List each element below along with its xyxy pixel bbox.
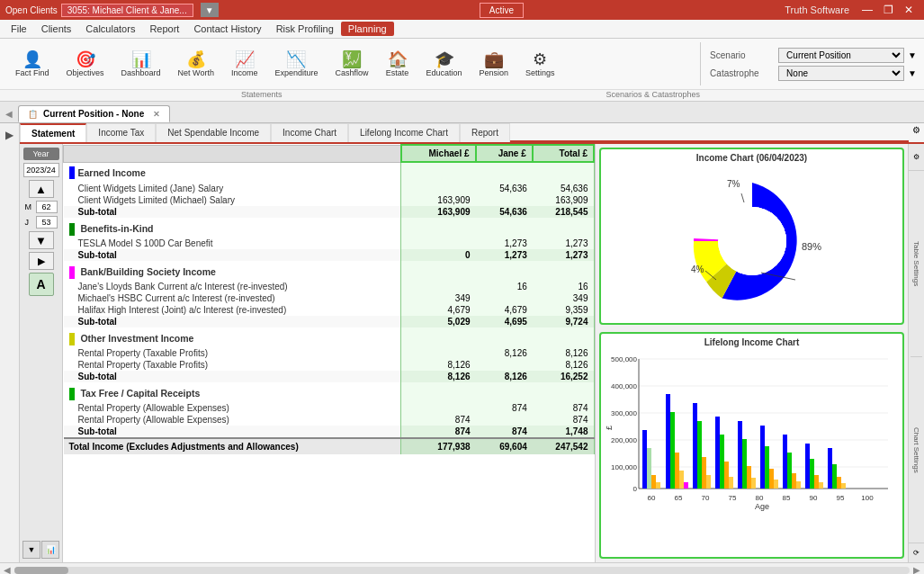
- scroll-left-btn[interactable]: ◀: [4, 565, 11, 574]
- svg-point-2: [718, 207, 786, 275]
- scrollbar-thumb[interactable]: [14, 567, 68, 574]
- sub-tab-report[interactable]: Report: [460, 123, 510, 142]
- menu-planning[interactable]: Planning: [341, 22, 394, 36]
- col-michael-header: Michael £: [401, 145, 476, 162]
- income-chart-box: Income Chart (06/04/2023): [599, 148, 904, 325]
- play-btn[interactable]: ▶: [29, 252, 54, 270]
- tool-income[interactable]: 📈 Income: [223, 48, 266, 81]
- scenario-dropdown-icon: ▼: [908, 50, 917, 60]
- sub-tab-income-tax[interactable]: Income Tax: [86, 123, 156, 142]
- restore-btn[interactable]: ❐: [878, 4, 899, 16]
- svg-rect-56: [841, 483, 846, 489]
- lifelong-chart-title: Lifelong Income Chart: [605, 337, 899, 347]
- svg-rect-22: [651, 475, 656, 489]
- current-position-tab[interactable]: 📋 Current Position - None ✕: [18, 105, 170, 122]
- total-jane: 69,604: [476, 438, 533, 454]
- scenario-select[interactable]: Current Position: [778, 48, 904, 63]
- year-value: 2023/24: [23, 163, 59, 177]
- menu-file[interactable]: File: [4, 22, 34, 36]
- svg-text:400,000: 400,000: [611, 382, 637, 390]
- svg-rect-23: [656, 482, 660, 489]
- sub-tab-lifelong-income[interactable]: Lifelong Income Chart: [348, 123, 460, 142]
- fact-find-icon: 👤: [22, 51, 42, 67]
- right-bottom-btn[interactable]: ⟳: [909, 543, 924, 562]
- tool-education[interactable]: 🎓 Education: [418, 48, 471, 81]
- estate-icon: 🏠: [388, 51, 408, 67]
- j-age: 53: [36, 216, 58, 229]
- tab-spacer: [510, 123, 909, 142]
- col-description-header: [64, 145, 401, 162]
- total-total: 247,542: [533, 438, 594, 454]
- right-settings-panel: ⚙ Table Settings Chart Settings ⟳: [908, 144, 924, 562]
- table-settings-btn[interactable]: Table Settings: [911, 171, 922, 357]
- table-row: Sub-total 163,909 54,636 218,545: [64, 206, 595, 218]
- tab-settings-btn[interactable]: ⚙: [909, 123, 924, 142]
- filter-icon-btn[interactable]: ▼: [22, 541, 40, 559]
- svg-rect-24: [666, 394, 670, 489]
- tool-cashflow[interactable]: 💹 Cashflow: [327, 48, 377, 81]
- sub-tab-statement[interactable]: Statement: [20, 123, 86, 142]
- svg-rect-28: [684, 482, 688, 489]
- active-label: Active: [219, 4, 785, 15]
- tool-pension-label: Pension: [480, 68, 509, 77]
- tool-pension[interactable]: 💼 Pension: [471, 48, 517, 81]
- menu-report[interactable]: Report: [142, 22, 186, 36]
- tool-fact-find[interactable]: 👤 Fact Find: [7, 48, 58, 81]
- tab-scroll-left[interactable]: ◀: [5, 109, 13, 119]
- a-btn[interactable]: A: [29, 273, 54, 296]
- scroll-right-btn[interactable]: ▶: [913, 565, 920, 574]
- menu-clients[interactable]: Clients: [34, 22, 79, 36]
- left-arrow-btn[interactable]: ▶: [5, 129, 13, 141]
- label-4: 4%: [691, 265, 704, 274]
- chart-icon-btn[interactable]: 📊: [41, 541, 59, 559]
- tab-graph-icon: 📋: [28, 110, 38, 119]
- year-down-btn[interactable]: ▼: [29, 231, 54, 249]
- income-donut-chart: 89% 7% 4%: [662, 165, 842, 309]
- tool-settings[interactable]: ⚙ Settings: [517, 48, 563, 81]
- tool-income-label: Income: [231, 68, 258, 77]
- svg-rect-47: [792, 473, 796, 489]
- close-btn[interactable]: ✕: [899, 4, 919, 16]
- income-table-wrap[interactable]: Michael £ Jane £ Total £ Earned Income: [63, 144, 595, 562]
- cashflow-icon: 💹: [342, 51, 362, 67]
- dropdown-icon[interactable]: ▼: [201, 3, 219, 17]
- income-chart-title: Income Chart (06/04/2023): [605, 153, 899, 163]
- table-body: Earned Income Client Widgets Limited (Ja…: [64, 162, 595, 454]
- svg-rect-55: [837, 477, 841, 489]
- tool-settings-label: Settings: [525, 68, 555, 77]
- svg-rect-41: [760, 426, 765, 489]
- chart-settings-btn[interactable]: Chart Settings: [911, 357, 922, 543]
- main-tab-label: Current Position - None: [43, 109, 144, 119]
- catastrophe-select[interactable]: None: [778, 66, 904, 81]
- year-up-btn[interactable]: ▲: [29, 180, 54, 198]
- tool-expenditure[interactable]: 📉 Expenditure: [266, 48, 326, 81]
- svg-rect-38: [742, 439, 747, 489]
- benefits-header: Benefits-in-Kind: [64, 218, 401, 238]
- tool-objectives[interactable]: 🎯 Objectives: [58, 48, 112, 81]
- menu-contact-history[interactable]: Contact History: [186, 22, 268, 36]
- col-total-header: Total £: [533, 145, 594, 162]
- bank-header: Bank/Building Society Income: [64, 261, 401, 281]
- tool-dashboard[interactable]: 📊 Dashboard: [113, 48, 169, 81]
- min-btn[interactable]: —: [857, 4, 878, 16]
- menu-risk-profiling[interactable]: Risk Profiling: [269, 22, 341, 36]
- education-icon: 🎓: [435, 51, 454, 67]
- right-top-btn[interactable]: ⚙: [909, 144, 924, 171]
- sub-tab-income-chart[interactable]: Income Chart: [271, 123, 348, 142]
- sub-tab-net-spendable[interactable]: Net Spendable Income: [156, 123, 271, 142]
- m-age: 62: [36, 201, 58, 213]
- svg-rect-37: [738, 421, 742, 489]
- menu-calculators[interactable]: Calculators: [78, 22, 142, 36]
- open-clients-btn[interactable]: 3055: Michael Client & Jane...: [61, 4, 193, 17]
- tab-close-btn[interactable]: ✕: [153, 110, 160, 119]
- table-row: Bank/Building Society Income: [64, 261, 595, 281]
- svg-rect-52: [819, 482, 823, 489]
- bottom-scrollbar[interactable]: ◀ ▶: [0, 562, 924, 574]
- year-label: Year: [23, 148, 59, 160]
- income-table: Michael £ Jane £ Total £ Earned Income: [63, 144, 595, 454]
- svg-text:90: 90: [810, 494, 818, 502]
- svg-text:95: 95: [837, 494, 845, 502]
- tool-estate[interactable]: 🏠 Estate: [378, 48, 417, 81]
- scrollbar-track[interactable]: [14, 567, 910, 574]
- tool-net-worth[interactable]: 💰 Net Worth: [170, 48, 222, 81]
